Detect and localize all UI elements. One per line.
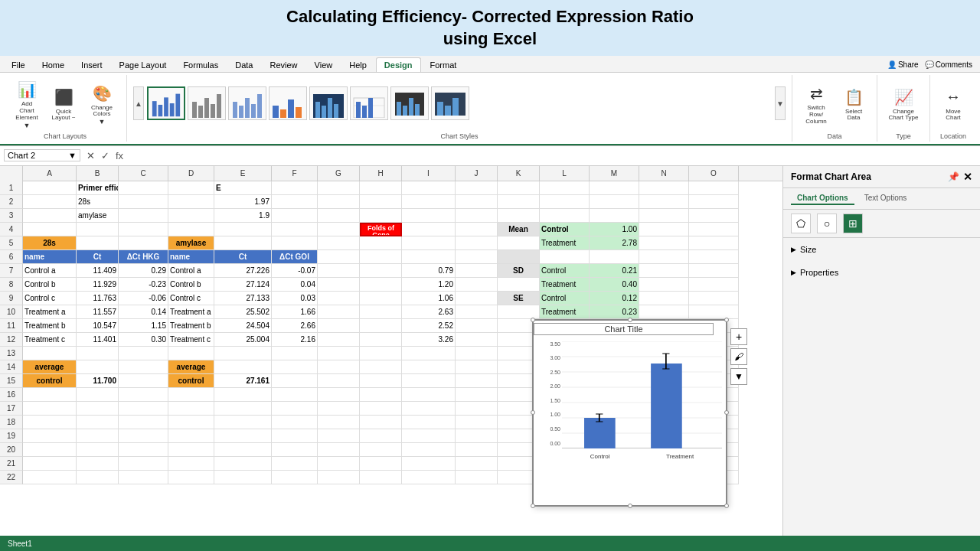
tab-formulas[interactable]: Formulas — [175, 58, 226, 72]
cell-d12[interactable]: Treatment c — [168, 333, 214, 347]
cell-l2[interactable] — [540, 195, 590, 209]
cell-i6[interactable] — [402, 250, 456, 264]
col-header-h[interactable]: H — [360, 166, 402, 181]
cell-c10[interactable]: 0.14 — [119, 305, 168, 319]
cell-g12[interactable] — [318, 333, 360, 347]
cell-b2[interactable]: 28s — [77, 195, 119, 209]
cell-j12[interactable] — [456, 333, 498, 347]
confirm-icon[interactable]: ✓ — [101, 150, 109, 161]
cell-c12[interactable]: 0.30 — [119, 333, 168, 347]
cell-f1[interactable] — [272, 181, 318, 195]
cell-f5[interactable] — [272, 236, 318, 250]
cell-c1[interactable] — [119, 181, 168, 195]
cell-g14[interactable] — [318, 360, 360, 374]
cell-d8[interactable]: Control b — [168, 278, 214, 292]
cell-j4[interactable] — [456, 223, 498, 236]
cell-k2[interactable] — [498, 195, 540, 209]
cell-i2[interactable] — [402, 195, 456, 209]
cell-j13[interactable] — [456, 347, 498, 360]
col-header-d[interactable]: D — [168, 166, 214, 181]
cell-a10[interactable]: Treatment a — [23, 305, 77, 319]
col-header-g[interactable]: G — [318, 166, 360, 181]
cell-n4[interactable] — [639, 223, 689, 236]
row-num-6[interactable]: 6 — [0, 250, 23, 264]
cell-e8[interactable]: 27.124 — [214, 278, 272, 292]
cell-c7[interactable]: 0.29 — [119, 264, 168, 278]
panel-pin-icon[interactable]: 📌 — [948, 171, 959, 182]
cell-d7[interactable]: Control a — [168, 264, 214, 278]
panel-tab-chart-options[interactable]: Chart Options — [791, 192, 854, 205]
cell-c9[interactable]: -0.06 — [119, 292, 168, 305]
cell-j5[interactable] — [456, 236, 498, 250]
cell-o7[interactable] — [689, 264, 739, 278]
cell-m3[interactable] — [590, 209, 639, 223]
tab-page-layout[interactable]: Page Layout — [112, 58, 175, 72]
cell-f7[interactable]: -0.07 — [272, 264, 318, 278]
cell-a5[interactable]: 28s — [23, 236, 77, 250]
cell-a7[interactable]: Control a — [23, 264, 77, 278]
cell-a9[interactable]: Control c — [23, 292, 77, 305]
cell-b10[interactable]: 11.557 — [77, 305, 119, 319]
cell-f4[interactable] — [272, 223, 318, 236]
col-header-c[interactable]: C — [119, 166, 168, 181]
cell-m6[interactable] — [590, 250, 639, 264]
chart-handle-bl[interactable] — [531, 504, 535, 508]
cell-b1[interactable]: Primer efficiencies — [77, 181, 119, 195]
row-num-3[interactable]: 3 — [0, 209, 23, 223]
cell-e12[interactable]: 25.004 — [214, 333, 272, 347]
chart-style-7[interactable] — [390, 86, 429, 120]
share-button[interactable]: 👤 Share — [887, 60, 919, 69]
tab-home[interactable]: Home — [34, 58, 72, 72]
cell-l7[interactable]: Control — [540, 264, 590, 278]
switch-row-column-button[interactable]: ⇄ Switch Row/ Column — [799, 80, 834, 126]
cell-d4[interactable] — [168, 223, 214, 236]
cell-f10[interactable]: 1.66 — [272, 305, 318, 319]
cell-h4[interactable]: Folds ofGeneexpression — [360, 223, 402, 236]
change-chart-type-button[interactable]: 📈 Change Chart Type — [884, 84, 923, 124]
cell-b12[interactable]: 11.401 — [77, 333, 119, 347]
cell-b8[interactable]: 11.929 — [77, 278, 119, 292]
cell-i11[interactable]: 2.52 — [402, 319, 456, 333]
cell-g3[interactable] — [318, 209, 360, 223]
row-num-10[interactable]: 10 — [0, 305, 23, 319]
cell-b5[interactable] — [77, 236, 119, 250]
cell-k6[interactable] — [498, 250, 540, 264]
cell-n6[interactable] — [639, 250, 689, 264]
cell-h2[interactable] — [360, 195, 402, 209]
chart-style-btn[interactable]: 🖌 — [730, 348, 747, 365]
cell-i9[interactable]: 1.06 — [402, 292, 456, 305]
chart-style-1[interactable] — [147, 86, 185, 120]
cell-b6[interactable]: Ct — [77, 250, 119, 264]
cell-l3[interactable] — [540, 209, 590, 223]
move-chart-button[interactable]: ↔ Move Chart — [936, 84, 970, 124]
col-header-f[interactable]: F — [272, 166, 318, 181]
chart-style-2[interactable] — [188, 86, 226, 120]
cell-n7[interactable] — [639, 264, 689, 278]
chart-handle-bm[interactable] — [628, 504, 632, 508]
cell-b13[interactable] — [77, 347, 119, 360]
fx-button[interactable]: fx — [116, 150, 123, 161]
tab-format[interactable]: Format — [423, 58, 465, 72]
cell-d9[interactable]: Control c — [168, 292, 214, 305]
chart-title[interactable]: Chart Title — [534, 323, 714, 335]
cell-k4[interactable]: Mean — [498, 223, 540, 236]
tab-insert[interactable]: Insert — [74, 58, 110, 72]
row-num-2[interactable]: 2 — [0, 195, 23, 209]
panel-icon-circle[interactable]: ○ — [817, 214, 837, 233]
cell-f13[interactable] — [272, 347, 318, 360]
cell-n2[interactable] — [639, 195, 689, 209]
row-num-16[interactable]: 16 — [0, 388, 23, 402]
cell-l4[interactable]: Control — [540, 223, 590, 236]
col-header-o[interactable]: O — [689, 166, 739, 181]
cell-h10[interactable] — [360, 305, 402, 319]
panel-section-properties-title[interactable]: ▶ Properties — [791, 265, 972, 280]
col-header-k[interactable]: K — [498, 166, 540, 181]
row-num-8[interactable]: 8 — [0, 278, 23, 292]
cell-f2[interactable] — [272, 195, 318, 209]
cell-d13[interactable] — [168, 347, 214, 360]
cell-m5[interactable]: 2.78 — [590, 236, 639, 250]
cell-e11[interactable]: 24.504 — [214, 319, 272, 333]
chart-2[interactable]: Chart Title 3.50 3.00 2.50 2.00 1.50 1.0… — [532, 319, 727, 507]
cell-j9[interactable] — [456, 292, 498, 305]
row-num-21[interactable]: 21 — [0, 457, 23, 471]
